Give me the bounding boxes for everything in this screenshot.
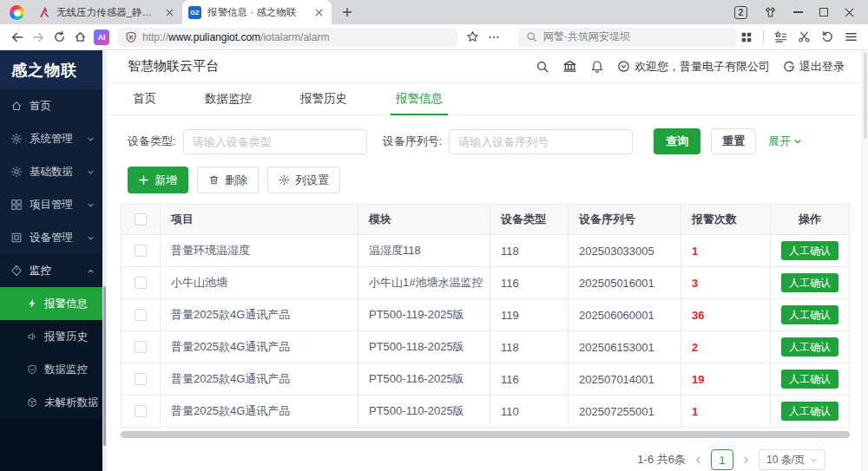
sidebar-item-alarm-history[interactable]: 报警历史 bbox=[0, 320, 102, 353]
browser-tab-2[interactable]: GZ 报警信息 · 感之物联 bbox=[182, 0, 332, 24]
cell-device-type: 116 bbox=[490, 363, 569, 395]
close-tab-icon[interactable] bbox=[162, 5, 176, 19]
manual-confirm-button[interactable]: 人工确认 bbox=[781, 402, 838, 421]
tab-count-badge[interactable]: 2 bbox=[734, 6, 747, 19]
screenshot-scissors-icon[interactable] bbox=[793, 27, 814, 48]
serial-input[interactable] bbox=[449, 129, 633, 154]
sidebar-item-device[interactable]: 设备管理 bbox=[0, 221, 102, 254]
app-window: 感之物联 首页 系统管理 基础数据 项目管理 设 bbox=[0, 50, 868, 471]
browser-search-bar[interactable]: 网警·共筑网安堤坝 bbox=[518, 28, 736, 47]
cell-project: 小牛山池塘 bbox=[161, 267, 358, 298]
sidebar-item-monitor[interactable]: 监控 bbox=[0, 254, 102, 287]
forward-icon[interactable] bbox=[28, 27, 49, 48]
current-page[interactable]: 1 bbox=[711, 449, 733, 470]
row-checkbox[interactable] bbox=[135, 309, 147, 321]
select-all-checkbox[interactable] bbox=[135, 213, 147, 226]
bookmark-star-icon[interactable] bbox=[463, 27, 483, 48]
url-bar[interactable]: http://www.puliangiot.com/iotalarm/alarm bbox=[118, 28, 457, 47]
lightning-icon bbox=[27, 298, 37, 309]
prev-page-button[interactable] bbox=[694, 455, 703, 465]
cell-module: 温湿度118 bbox=[358, 235, 490, 266]
tab-title: 报警信息 · 感之物联 bbox=[207, 6, 306, 19]
favorites-list-icon[interactable] bbox=[770, 27, 791, 48]
row-checkbox[interactable] bbox=[135, 341, 147, 353]
reload-icon[interactable] bbox=[49, 27, 69, 48]
expand-link[interactable]: 展开 bbox=[768, 134, 802, 149]
table-horizontal-scrollbar[interactable] bbox=[121, 431, 850, 438]
cell-serial: 202503033005 bbox=[569, 235, 681, 266]
row-checkbox[interactable] bbox=[135, 405, 147, 417]
sidebar-item-unparsed-data[interactable]: 未解析数据 bbox=[0, 386, 102, 419]
manual-confirm-button[interactable]: 人工确认 bbox=[781, 241, 838, 260]
chevron-down-icon bbox=[793, 137, 802, 146]
table-row: 普量2025款4G通讯产品 PT500-116-2025版 116 202507… bbox=[122, 363, 849, 395]
table-toolbar: 新增 删除 列设置 bbox=[128, 167, 846, 193]
minimize-button[interactable] bbox=[793, 11, 803, 13]
browser-tab-1[interactable]: 无线压力传感器_静力水准仪_ bbox=[33, 0, 182, 24]
skin-icon[interactable] bbox=[764, 6, 777, 19]
device-type-input[interactable] bbox=[183, 129, 367, 154]
table-header-row: 项目 模块 设备类型 设备序列号 报警次数 操作 bbox=[122, 205, 849, 234]
back-icon[interactable] bbox=[7, 27, 28, 48]
manual-confirm-button[interactable]: 人工确认 bbox=[781, 305, 838, 324]
alarm-table: 项目 模块 设备类型 设备序列号 报警次数 操作 普量环境温湿度 温湿度118 … bbox=[121, 204, 850, 428]
grid-icon bbox=[10, 199, 23, 211]
sidebar-item-label: 数据监控 bbox=[44, 363, 88, 377]
logout-button[interactable]: 退出登录 bbox=[783, 59, 845, 75]
row-checkbox[interactable] bbox=[135, 245, 147, 257]
browser-logo-icon[interactable] bbox=[10, 5, 24, 20]
session-restore-icon[interactable] bbox=[817, 27, 838, 48]
chevron-down-icon bbox=[87, 135, 95, 143]
tab-alarm-info[interactable]: 报警信息 bbox=[391, 83, 448, 114]
maximize-button[interactable] bbox=[819, 8, 828, 16]
bell-icon[interactable] bbox=[590, 60, 604, 74]
manual-confirm-button[interactable]: 人工确认 bbox=[781, 337, 838, 357]
next-page-button[interactable] bbox=[741, 455, 751, 465]
close-tab-icon[interactable] bbox=[312, 5, 326, 19]
sidebar-item-project[interactable]: 项目管理 bbox=[0, 188, 102, 221]
speaker-icon bbox=[27, 331, 37, 342]
cell-serial: 202505016001 bbox=[569, 267, 681, 298]
reset-button[interactable]: 重置 bbox=[711, 128, 756, 154]
sidebar-item-label: 首页 bbox=[30, 99, 51, 114]
row-checkbox[interactable] bbox=[135, 277, 147, 289]
sidebar-item-data-monitor[interactable]: 数据监控 bbox=[0, 353, 102, 386]
bank-icon[interactable] bbox=[562, 59, 577, 74]
close-window-button[interactable] bbox=[845, 8, 854, 17]
page-size-select[interactable]: 10 条/页 bbox=[759, 449, 825, 470]
manual-confirm-button[interactable]: 人工确认 bbox=[781, 370, 838, 389]
table-row: 普量环境温湿度 温湿度118 118 202503033005 1 人工确认 bbox=[122, 234, 849, 266]
more-options-icon[interactable] bbox=[483, 27, 504, 48]
pagination: 1-6 共6条 1 10 条/页 bbox=[107, 449, 825, 470]
add-button[interactable]: 新增 bbox=[128, 167, 188, 193]
browser-tab-strip: 无线压力传感器_静力水准仪_ GZ 报警信息 · 感之物联 2 bbox=[0, 0, 868, 24]
menu-hamburger-icon[interactable] bbox=[840, 27, 861, 48]
manual-confirm-button[interactable]: 人工确认 bbox=[781, 273, 838, 292]
sidebar-item-alarm-info[interactable]: 报警信息 bbox=[0, 287, 102, 320]
row-checkbox[interactable] bbox=[135, 373, 147, 385]
cell-serial: 202506153001 bbox=[569, 331, 681, 363]
home-icon[interactable] bbox=[69, 27, 90, 48]
sidebar-scrollbar[interactable] bbox=[102, 50, 107, 471]
cell-serial: 202507014001 bbox=[569, 363, 681, 395]
sidebar-item-label: 报警历史 bbox=[44, 330, 88, 344]
new-tab-button[interactable] bbox=[337, 2, 358, 23]
account-menu[interactable]: 欢迎您，普量电子有限公司 bbox=[617, 59, 770, 75]
page-scrollbar[interactable] bbox=[862, 50, 868, 471]
toolbar-extensions bbox=[736, 27, 861, 48]
search-icon[interactable] bbox=[536, 60, 549, 74]
apps-grid-icon[interactable] bbox=[736, 27, 757, 48]
tab-data-monitor[interactable]: 数据监控 bbox=[200, 83, 257, 114]
main-content: 智慧物联云平台 欢迎您，普量电子有限公司 退出登录 首页 bbox=[107, 50, 862, 471]
tab-alarm-history[interactable]: 报警历史 bbox=[295, 83, 352, 114]
cell-device-type: 118 bbox=[490, 331, 569, 363]
ai-assistant-icon[interactable]: AI bbox=[94, 29, 109, 45]
column-settings-button[interactable]: 列设置 bbox=[267, 167, 340, 193]
sidebar-item-basedata[interactable]: 基础数据 bbox=[0, 155, 102, 188]
table-row: 普量2025款4G通讯产品 PT500-110-2025版 110 202507… bbox=[122, 395, 849, 427]
sidebar-item-home[interactable]: 首页 bbox=[0, 89, 102, 122]
sidebar-item-system[interactable]: 系统管理 bbox=[0, 122, 102, 155]
search-button[interactable]: 查询 bbox=[654, 128, 700, 154]
tab-home[interactable]: 首页 bbox=[128, 83, 161, 114]
delete-button[interactable]: 删除 bbox=[197, 167, 259, 193]
